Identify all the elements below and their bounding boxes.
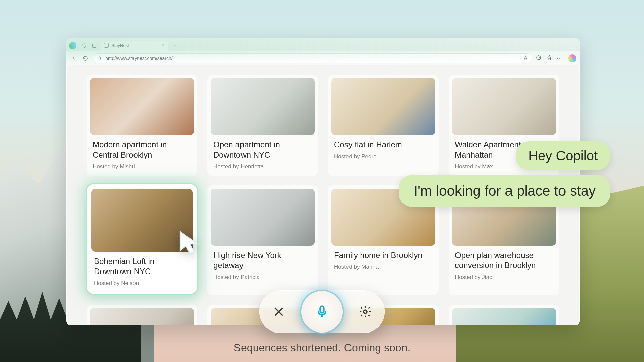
- chat-bubble-text: I'm looking for a place to stay: [414, 183, 596, 199]
- workspaces-icon[interactable]: [80, 42, 88, 49]
- search-icon: [97, 56, 102, 61]
- listing-host: Hosted by Pedro: [334, 153, 433, 160]
- favorite-star-icon[interactable]: [523, 55, 528, 61]
- listing-title: Bohemian Loft in Downtown NYC: [94, 256, 190, 277]
- listing-card[interactable]: Bohemian Loft in Downtown NYCHosted by N…: [87, 184, 197, 294]
- listing-title: Family home in Brooklyn: [334, 250, 433, 260]
- listing-thumbnail: [211, 78, 315, 135]
- disclaimer-caption: Sequences shortened. Coming soon.: [234, 342, 411, 354]
- listing-title: Modern apartment in Central Brooklyn: [93, 140, 191, 160]
- new-tab-button[interactable]: ＋: [170, 41, 180, 51]
- listing-title: Cosy flat in Harlem: [334, 140, 433, 150]
- chat-bubble-hey-copilot: Hey Copilot: [516, 141, 610, 170]
- listing-host: Hosted by Nelson: [94, 280, 190, 287]
- chat-bubble-text: Hey Copilot: [528, 148, 598, 163]
- listing-title: Open plan warehouse conversion in Brookl…: [455, 250, 553, 270]
- tab-strip: StayNest × ＋: [66, 38, 580, 51]
- listing-host: Hosted by Jiao: [455, 274, 553, 281]
- listing-card[interactable]: Modern apartment in Central BrooklynHost…: [87, 75, 197, 176]
- svg-point-1: [98, 57, 101, 59]
- svg-rect-2: [320, 306, 324, 313]
- listing-thumbnail: [452, 308, 556, 325]
- svg-point-3: [364, 310, 367, 313]
- address-bar: http://www.staynest.com/search/ ···: [66, 51, 580, 65]
- url-input[interactable]: http://www.staynest.com/search/: [93, 53, 532, 63]
- desktop-wallpaper: StayNest × ＋ http://www.staynest.com/sea…: [0, 0, 644, 362]
- edge-logo-icon: [69, 42, 76, 49]
- voice-settings-button[interactable]: [357, 304, 373, 320]
- listing-card[interactable]: [87, 305, 197, 325]
- listing-card[interactable]: High rise New York getawayHosted by Patr…: [207, 185, 318, 295]
- listing-thumbnail: [331, 78, 435, 135]
- listing-thumbnail: [90, 78, 194, 135]
- listing-thumbnail: [211, 189, 315, 246]
- more-menu-icon[interactable]: ···: [557, 55, 564, 61]
- chat-bubble-query: I'm looking for a place to stay: [399, 175, 610, 207]
- listing-title: Open apartment in Downtown NYC: [213, 140, 312, 160]
- listing-host: Hosted by Patricia: [213, 274, 312, 281]
- listing-card[interactable]: Open apartment in Downtown NYCHosted by …: [207, 75, 318, 176]
- listing-host: Hosted by Mishti: [93, 163, 191, 170]
- microphone-button[interactable]: [301, 291, 343, 333]
- caption-text: Sequences shortened. Coming soon.: [234, 342, 411, 354]
- listing-thumbnail: [90, 308, 194, 325]
- listing-card[interactable]: [449, 305, 559, 325]
- listing-title: High rise New York getaway: [213, 250, 312, 270]
- tab-actions-icon[interactable]: [91, 42, 98, 49]
- tab-close-icon[interactable]: ×: [162, 43, 164, 48]
- url-text: http://www.staynest.com/search/: [105, 56, 173, 61]
- svg-rect-0: [93, 44, 96, 48]
- listing-thumbnail: [452, 78, 556, 135]
- favorites-icon[interactable]: [546, 55, 552, 62]
- listing-thumbnail: [91, 189, 193, 252]
- browser-tab[interactable]: StayNest ×: [101, 41, 168, 51]
- close-voice-button[interactable]: [271, 304, 287, 320]
- listing-card[interactable]: Cosy flat in HarlemHosted by Pedro: [328, 75, 439, 176]
- refresh-button[interactable]: [81, 54, 89, 62]
- listing-host: Hosted by Henrietta: [213, 163, 312, 170]
- tab-title: StayNest: [111, 43, 129, 48]
- extensions-icon[interactable]: [536, 55, 542, 62]
- voice-control-bar: [259, 290, 385, 333]
- tab-favicon-icon: [104, 43, 109, 48]
- toolbar-right: ···: [536, 54, 576, 62]
- back-button[interactable]: [70, 54, 78, 62]
- copilot-icon[interactable]: [568, 54, 576, 62]
- listing-host: Hosted by Marina: [334, 264, 433, 270]
